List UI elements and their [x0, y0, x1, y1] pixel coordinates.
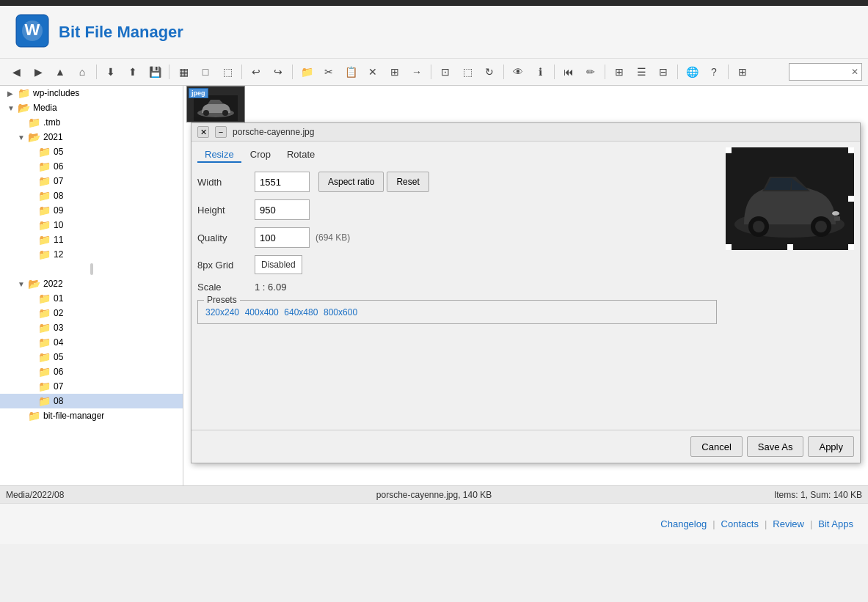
preset-320x240[interactable]: 320x240 [204, 307, 241, 317]
resize-handle-br[interactable] [848, 244, 854, 250]
sidebar-item-2021-10[interactable]: ▶ 📁 10 [0, 218, 183, 232]
width-input[interactable] [255, 172, 310, 192]
tab-resize[interactable]: Resize [197, 147, 241, 163]
sidebar-item-2022-01[interactable]: ▶ 📁 01 [0, 291, 183, 306]
info-button[interactable]: ℹ [530, 62, 550, 82]
compress-button[interactable]: ⊞ [384, 62, 405, 82]
download-button[interactable]: ⬇ [101, 62, 121, 82]
sidebar-item-2021-08[interactable]: ▶ 📁 08 [0, 188, 183, 203]
folder-icon: 📁 [38, 249, 51, 260]
aspect-ratio-button[interactable]: Aspect ratio [318, 172, 384, 192]
footer-review-link[interactable]: Review [773, 518, 804, 529]
expand-arrow: ▼ [18, 280, 26, 288]
select-frame-button[interactable]: ⬚ [457, 62, 478, 82]
sidebar-item-wp-includes[interactable]: ▶ 📁 wp-includes [0, 86, 183, 100]
apply-button[interactable]: Apply [808, 436, 854, 457]
sidebar-item-2021-12[interactable]: ▶ 📁 12 [0, 247, 183, 262]
redo-button[interactable]: ↪ [268, 62, 288, 82]
grid-value[interactable]: Disabled [255, 255, 302, 274]
select-all-button[interactable]: ⊡ [435, 62, 456, 82]
extra-button[interactable]: ⊞ [732, 62, 753, 82]
preset-640x480[interactable]: 640x480 [282, 307, 319, 317]
dialog-titlebar: ✕ − porsche-cayenne.jpg [192, 123, 860, 142]
resize-handle-bl[interactable] [726, 244, 732, 250]
up-button[interactable]: ▲ [50, 62, 70, 82]
dialog-minimize-button[interactable]: − [215, 126, 227, 138]
refresh-button[interactable]: ↻ [479, 62, 500, 82]
cancel-button[interactable]: Cancel [690, 436, 742, 457]
sidebar-item-2022-05[interactable]: ▶ 📁 05 [0, 350, 183, 364]
copy-button[interactable]: 📋 [340, 62, 361, 82]
preset-400x400[interactable]: 400x400 [244, 307, 280, 317]
edit-button[interactable]: ✏ [580, 62, 601, 82]
network-button[interactable]: 🌐 [682, 62, 702, 82]
view2-button[interactable]: □ [195, 62, 216, 82]
sidebar-item-2022-02[interactable]: ▶ 📁 02 [0, 306, 183, 320]
tab-rotate[interactable]: Rotate [280, 147, 322, 163]
folder-icon: 📁 [38, 161, 51, 172]
back-button[interactable]: ◀ [6, 62, 26, 82]
sidebar-item-2022-06[interactable]: ▶ 📁 06 [0, 364, 183, 379]
sidebar-item-2022-04[interactable]: ▶ 📁 04 [0, 335, 183, 350]
sidebar-item-2021[interactable]: ▼ 📂 2021 [0, 130, 183, 144]
preset-800x600[interactable]: 800x600 [322, 307, 359, 317]
search-close-icon[interactable]: ✕ [851, 67, 858, 77]
height-input[interactable] [255, 199, 310, 220]
sidebar-item-label: 02 [54, 308, 63, 318]
reset-button[interactable]: Reset [387, 172, 428, 192]
sidebar-item-2021-09[interactable]: ▶ 📁 09 [0, 203, 183, 218]
upload-button[interactable]: ⬆ [123, 62, 143, 82]
sidebar-item-2022-03[interactable]: ▶ 📁 03 [0, 320, 183, 335]
sidebar-item-tmb[interactable]: ▶ 📁 .tmb [0, 115, 183, 130]
grid-view-button[interactable]: ⊞ [609, 62, 630, 82]
page-footer: Changelog | Contacts | Review | Bit Apps [0, 503, 868, 544]
home-button[interactable]: ⌂ [72, 62, 92, 82]
status-path: Media/2022/08 [6, 490, 282, 500]
cut-button[interactable]: ✂ [318, 62, 339, 82]
quality-input[interactable] [255, 227, 310, 248]
sidebar-item-media[interactable]: ▼ 📂 Media [0, 100, 183, 115]
sidebar-item-label: 05 [54, 147, 63, 157]
undo-button[interactable]: ↩ [246, 62, 266, 82]
sidebar-item-2021-11[interactable]: ▶ 📁 11 [0, 232, 183, 247]
resize-handle-tl[interactable] [726, 147, 732, 153]
save-as-button[interactable]: Save As [747, 436, 804, 457]
sidebar-item-2021-05[interactable]: ▶ 📁 05 [0, 144, 183, 159]
preview-button[interactable]: 👁 [508, 62, 528, 82]
sidebar-item-2021-06[interactable]: ▶ 📁 06 [0, 159, 183, 174]
dialog-close-button[interactable]: ✕ [197, 126, 209, 138]
delete-button[interactable]: ✕ [362, 62, 383, 82]
sidebar-item-2021-07[interactable]: ▶ 📁 07 [0, 174, 183, 188]
resize-handle-mr[interactable] [848, 196, 854, 202]
resize-handle-bm[interactable] [787, 244, 793, 250]
height-label: Height [197, 205, 249, 216]
search-input[interactable] [792, 67, 851, 77]
save-button[interactable]: 💾 [145, 62, 165, 82]
expand-arrow: ▼ [18, 133, 26, 142]
list-view-button[interactable]: ☰ [631, 62, 652, 82]
footer-bitapps-link[interactable]: Bit Apps [818, 518, 853, 529]
sidebar-item-2022-07[interactable]: ▶ 📁 07 [0, 379, 183, 394]
footer-changelog-link[interactable]: Changelog [660, 518, 707, 529]
resize-handle-tr[interactable] [848, 147, 854, 153]
svg-point-10 [753, 221, 765, 232]
sidebar-item-bit-file-manager[interactable]: ▶ 📁 bit-file-manager [0, 408, 183, 423]
view1-button[interactable]: ▦ [173, 62, 194, 82]
nav-prev-button[interactable]: ⏮ [558, 62, 579, 82]
help-button[interactable]: ? [704, 62, 724, 82]
status-items: Items: 1, Sum: 140 KB [586, 490, 862, 500]
expand-arrow: ▶ [7, 89, 16, 98]
view3-button[interactable]: ⬚ [217, 62, 238, 82]
folder-icon: 📁 [28, 117, 40, 128]
footer-contacts-link[interactable]: Contacts [721, 518, 759, 529]
sep4 [292, 65, 293, 79]
sidebar-item-2022-08[interactable]: ▶ 📁 08 [0, 394, 183, 408]
sidebar-item-2022[interactable]: ▼ 📂 2022 [0, 276, 183, 291]
move-button[interactable]: → [406, 62, 427, 82]
tab-crop[interactable]: Crop [243, 147, 278, 163]
new-folder-button[interactable]: 📁 [296, 62, 317, 82]
svg-text:W: W [25, 21, 40, 39]
forward-button[interactable]: ▶ [28, 62, 48, 82]
detail-view-button[interactable]: ⊟ [653, 62, 674, 82]
sep2 [169, 65, 169, 79]
